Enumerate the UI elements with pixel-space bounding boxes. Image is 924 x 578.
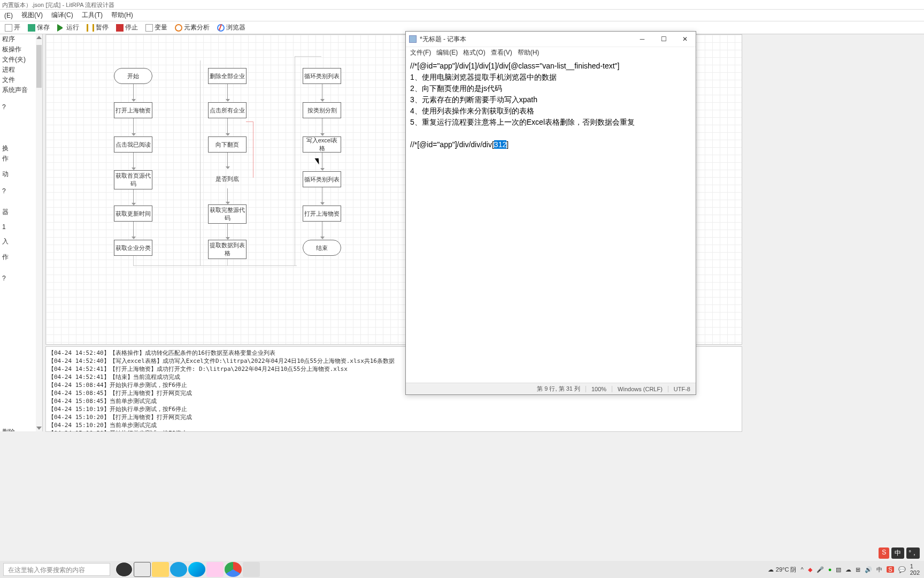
mouse-cursor — [317, 157, 323, 165]
edge-button[interactable] — [188, 562, 205, 577]
notepad-title: *无标题 - 记事本 — [420, 35, 466, 44]
ime-tray[interactable]: 中 — [876, 566, 882, 574]
explorer-button[interactable] — [152, 562, 169, 577]
ime-indicator: S 中 °， — [879, 547, 920, 559]
tray-icon[interactable]: ◆ — [808, 566, 812, 573]
ime-lang[interactable]: 中 — [891, 547, 904, 559]
play-icon — [57, 24, 65, 32]
np-menu-file[interactable]: 文件(F) — [410, 48, 431, 57]
node-is-bottom[interactable]: 是否到底 — [209, 169, 246, 188]
menu-view[interactable]: 视图(V) — [21, 11, 43, 20]
node-open[interactable]: 打开上海物资 — [114, 102, 152, 118]
minimize-button[interactable]: ─ — [632, 32, 653, 47]
save-button[interactable]: 保存 — [25, 22, 52, 33]
node-page-down[interactable]: 向下翻页 — [208, 136, 247, 153]
flow-path — [295, 56, 321, 57]
app-button[interactable] — [170, 562, 187, 577]
notepad-title-bar[interactable]: *无标题 - 记事本 ─ ☐ ✕ — [406, 32, 696, 47]
flow-arrow — [322, 222, 322, 239]
pause-icon — [87, 24, 94, 32]
app-button[interactable] — [206, 562, 224, 577]
node-get-time[interactable]: 获取更新时间 — [114, 206, 152, 222]
taskbar-search[interactable]: 在这里输入你要搜索的内容 — [3, 563, 110, 576]
run-button[interactable]: 运行 — [55, 22, 82, 33]
node-get-source[interactable]: 获取首页源代码 — [114, 170, 152, 189]
flow-arrow — [322, 187, 322, 204]
node-start[interactable]: 开始 — [114, 68, 152, 84]
flow-path — [133, 256, 227, 266]
pause-button[interactable]: 暂停 — [84, 22, 111, 33]
notification-icon[interactable]: 💬 — [898, 566, 906, 573]
np-menu-edit[interactable]: 编辑(E) — [436, 48, 458, 57]
tray-icon[interactable]: ▧ — [836, 566, 841, 573]
browser-button[interactable]: 浏览器 — [214, 22, 248, 33]
tray-icon[interactable]: ☁ — [845, 566, 851, 573]
flow-arrow — [133, 222, 134, 239]
np-menu-view[interactable]: 查看(V) — [491, 48, 512, 57]
stop-button[interactable]: 停止 — [113, 22, 141, 33]
flow-arrow — [133, 118, 134, 135]
node-del-all[interactable]: 删除全部企业 — [208, 68, 247, 84]
sogou-tray[interactable]: S — [887, 566, 894, 573]
tray-icon[interactable]: 🎤 — [817, 566, 824, 573]
node-loop-cat1[interactable]: 循环类别列表 — [303, 68, 341, 84]
node-click-all[interactable]: 点击所有企业 — [208, 102, 247, 118]
flow-arrow — [227, 188, 228, 204]
volume-icon[interactable]: 🔊 — [865, 566, 872, 573]
sidebar-scrollbar[interactable] — [36, 34, 42, 431]
flow-loop-path — [246, 121, 253, 178]
node-end[interactable]: 结束 — [303, 240, 341, 256]
node-open2[interactable]: 打开上海物资 — [303, 206, 341, 222]
node-write-excel[interactable]: 写入excel表格 — [303, 136, 341, 153]
status-position: 第 9 行, 第 31 列 — [532, 385, 586, 393]
node-loop-cat2[interactable]: 循环类别列表 — [303, 171, 341, 187]
flow-arrow — [322, 84, 322, 101]
flow-arrow — [133, 189, 134, 205]
flow-arrow — [133, 84, 134, 101]
app-button[interactable] — [243, 562, 260, 577]
selected-text: 312 — [494, 140, 506, 149]
node-get-cat[interactable]: 获取企业分类 — [114, 240, 152, 256]
weather-widget[interactable]: ☁29°C 阴 — [768, 566, 797, 574]
flow-arrow — [322, 118, 322, 135]
start-button[interactable] — [116, 562, 133, 577]
tray-icon[interactable]: ⊞ — [856, 566, 860, 573]
menu-tools[interactable]: 工具(T) — [82, 11, 103, 20]
flow-path — [295, 56, 295, 266]
np-menu-help[interactable]: 帮助(H) — [518, 48, 540, 57]
status-zoom: 100% — [586, 386, 612, 392]
var-button[interactable]: 变量 — [143, 22, 170, 33]
scroll-up-icon[interactable] — [36, 36, 42, 39]
target-icon — [175, 24, 182, 32]
app-menu-bar: (E) 视图(V) 编译(C) 工具(T) 帮助(H) — [0, 10, 924, 21]
clock[interactable]: 1202 — [910, 563, 920, 576]
menu-help[interactable]: 帮助(H) — [111, 11, 133, 20]
scroll-down-icon[interactable] — [36, 427, 42, 430]
flow-arrow — [227, 118, 228, 135]
menu-e[interactable]: (E) — [4, 12, 13, 19]
np-menu-format[interactable]: 格式(O) — [463, 48, 485, 57]
node-split-cat[interactable]: 按类别分割 — [303, 102, 341, 118]
elem-button[interactable]: 元素分析 — [172, 22, 212, 33]
notepad-text-area[interactable]: //*[@id="app"]/div[1]/div[1]/div[@class=… — [406, 58, 696, 374]
wechat-icon[interactable]: ● — [828, 566, 832, 573]
open-button[interactable]: 开 — [2, 22, 23, 33]
scroll-thumb[interactable] — [36, 45, 42, 88]
maximize-button[interactable]: ☐ — [653, 32, 674, 47]
taskbar: 在这里输入你要搜索的内容 ☁29°C 阴 ^ ◆ 🎤 ● ▧ ☁ ⊞ 🔊 中 S… — [0, 561, 924, 578]
flow-arrow — [227, 84, 228, 101]
chrome-button[interactable] — [225, 562, 242, 577]
node-full-source[interactable]: 获取完整源代码 — [208, 204, 247, 224]
node-click-read[interactable]: 点击我已阅读 — [114, 136, 152, 153]
sogou-icon[interactable]: S — [879, 547, 889, 559]
component-sidebar: 程序 板操作 文件(夹) 进程 文件 系统声音 ? 换 作 动 ? 器 1 入 … — [0, 34, 43, 431]
flow-arrow — [133, 153, 134, 170]
chrome-icon — [217, 24, 225, 32]
flow-arrow — [227, 224, 228, 239]
menu-compile[interactable]: 编译(C) — [51, 11, 73, 20]
close-button[interactable]: ✕ — [674, 32, 696, 47]
variable-icon — [145, 24, 153, 32]
ime-punct[interactable]: °， — [906, 547, 920, 559]
tray-up-icon[interactable]: ^ — [800, 566, 803, 573]
task-view-button[interactable] — [134, 562, 151, 577]
